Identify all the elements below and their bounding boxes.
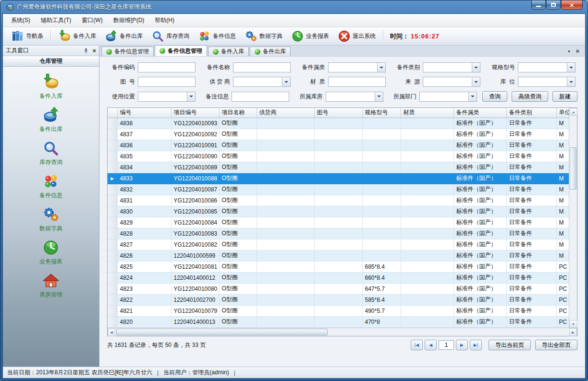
table-cell[interactable]: 日常备件 (506, 173, 556, 184)
table-cell[interactable]: 标准件（国产） (453, 239, 506, 250)
table-cell[interactable]: O型圈 (219, 129, 257, 140)
column-header[interactable]: 项目编号 (171, 108, 219, 118)
first-page-button[interactable]: |◀ (411, 340, 423, 350)
menu-window[interactable]: 窗口(W) (76, 14, 108, 27)
table-cell[interactable]: M (556, 118, 569, 129)
table-cell[interactable]: 日常备件 (506, 294, 556, 305)
table-cell[interactable]: 4832 (117, 184, 171, 195)
table-cell[interactable] (401, 162, 453, 173)
table-cell[interactable] (314, 294, 362, 305)
export-all-pages-button[interactable]: 导出全部页 (535, 340, 577, 350)
table-cell[interactable]: 647*5.7 (362, 283, 401, 294)
table-cell[interactable]: 585*8.4 (362, 294, 401, 305)
table-cell[interactable]: M (556, 195, 569, 206)
table-cell[interactable]: 4820 (117, 316, 171, 327)
menu-system[interactable]: 系统(S) (6, 14, 36, 27)
table-cell[interactable]: 4828 (117, 228, 171, 239)
table-row[interactable]: 4827YG12204010082O型圈标准件（国产）日常备件M (108, 239, 569, 250)
table-cell[interactable]: O型圈 (219, 162, 257, 173)
row-selector[interactable] (108, 118, 117, 129)
table-cell[interactable]: 日常备件 (506, 129, 556, 140)
table-cell[interactable] (257, 162, 314, 173)
sidebar-item-stock-query[interactable]: 库存查询 (3, 140, 99, 167)
menu-data-maintenance[interactable]: 数据维护(D) (108, 14, 150, 27)
table-cell[interactable] (362, 250, 401, 261)
sidebar-item-parts-outbound[interactable]: 备件出库 (3, 107, 99, 133)
table-cell[interactable] (401, 305, 453, 316)
toolbar-business-report-button[interactable]: 业务报表 (287, 28, 333, 44)
table-cell[interactable]: O型圈 (219, 228, 257, 239)
toolbar-parts-outbound-button[interactable]: 备件出库 (100, 28, 147, 44)
table-cell[interactable]: YG12204010086 (171, 195, 219, 206)
table-cell[interactable] (257, 217, 314, 228)
sidebar-item-business-report[interactable]: 业务报表 (3, 239, 99, 266)
table-cell[interactable] (401, 129, 453, 140)
table-cell[interactable] (314, 283, 362, 294)
export-current-page-button[interactable]: 导出当前页 (489, 340, 531, 350)
table-cell[interactable]: O型圈 (219, 206, 257, 217)
table-cell[interactable]: 4829 (117, 217, 171, 228)
hscroll-track[interactable] (115, 328, 569, 336)
table-cell[interactable]: 4836 (117, 140, 171, 151)
table-cell[interactable]: M (556, 129, 569, 140)
table-cell[interactable]: O型圈 (219, 294, 257, 305)
toolbar-parts-info-button[interactable]: 备件信息 (194, 28, 240, 44)
table-cell[interactable]: 4821 (117, 305, 171, 316)
table-cell[interactable]: YG12204010085 (171, 206, 219, 217)
table-cell[interactable]: 490*5.7 (362, 305, 401, 316)
table-cell[interactable] (401, 217, 453, 228)
tab-parts-inbound[interactable]: 备件入库 (208, 47, 249, 56)
warehouse-select[interactable] (326, 92, 383, 102)
table-cell[interactable] (257, 206, 314, 217)
table-cell[interactable]: 日常备件 (506, 305, 556, 316)
table-cell[interactable]: YG12204010088 (171, 173, 219, 184)
column-header[interactable]: 规格型号 (362, 108, 401, 118)
table-cell[interactable] (362, 118, 401, 129)
tab-close-icon[interactable]: × (576, 48, 579, 54)
new-button[interactable]: 新建 (552, 91, 577, 102)
table-cell[interactable]: 日常备件 (506, 217, 556, 228)
table-cell[interactable] (362, 217, 401, 228)
table-cell[interactable]: 日常备件 (506, 140, 556, 151)
row-selector[interactable] (108, 239, 117, 250)
table-cell[interactable] (257, 283, 314, 294)
menu-help[interactable]: 帮助(H) (149, 14, 180, 27)
table-cell[interactable] (401, 173, 453, 184)
table-cell[interactable] (362, 162, 401, 173)
table-cell[interactable]: YG12204010084 (171, 217, 219, 228)
close-button[interactable]: × (561, 0, 583, 10)
toolbar-stock-query-button[interactable]: 库存查询 (147, 28, 194, 44)
table-cell[interactable]: 日常备件 (506, 162, 556, 173)
table-cell[interactable]: YG12204010083 (171, 228, 219, 239)
table-row[interactable]: 48201220401400013O型圈470*8标准件（国产）日常备件PC (108, 316, 569, 327)
table-cell[interactable] (401, 250, 453, 261)
table-cell[interactable] (362, 140, 401, 151)
table-row[interactable]: 4834YG12204010089O型圈标准件（国产）日常备件M (108, 162, 569, 173)
row-selector[interactable] (108, 283, 117, 294)
table-cell[interactable]: 标准件（国产） (453, 129, 506, 140)
vertical-scrollbar[interactable]: ▲ ▼ (569, 108, 577, 328)
row-selector[interactable] (108, 162, 117, 173)
table-cell[interactable]: PC (556, 272, 569, 283)
table-cell[interactable]: M (556, 250, 569, 261)
table-cell[interactable] (362, 239, 401, 250)
row-selector[interactable] (108, 228, 117, 239)
table-cell[interactable]: 日常备件 (506, 272, 556, 283)
table-cell[interactable] (314, 316, 362, 327)
menu-aux-tools[interactable]: 辅助工具(T) (36, 14, 76, 27)
part-category-select[interactable] (328, 62, 386, 72)
supplier-select[interactable] (233, 77, 291, 87)
table-cell[interactable]: M (556, 162, 569, 173)
table-cell[interactable]: 标准件（国产） (453, 283, 506, 294)
table-cell[interactable] (401, 261, 453, 272)
table-cell[interactable]: 标准件（国产） (453, 272, 506, 283)
remark-input[interactable] (232, 92, 289, 102)
table-cell[interactable]: 标准件（国产） (453, 305, 506, 316)
table-cell[interactable] (401, 195, 453, 206)
column-header[interactable]: 备件类别 (506, 108, 556, 118)
table-row[interactable]: 4828YG12204010083O型圈标准件（国产）日常备件M (108, 228, 569, 239)
toolbar-exit-system-button[interactable]: 退出系统 (333, 28, 380, 44)
table-cell[interactable]: 标准件（国产） (453, 140, 506, 151)
table-cell[interactable] (257, 239, 314, 250)
table-cell[interactable] (401, 184, 453, 195)
